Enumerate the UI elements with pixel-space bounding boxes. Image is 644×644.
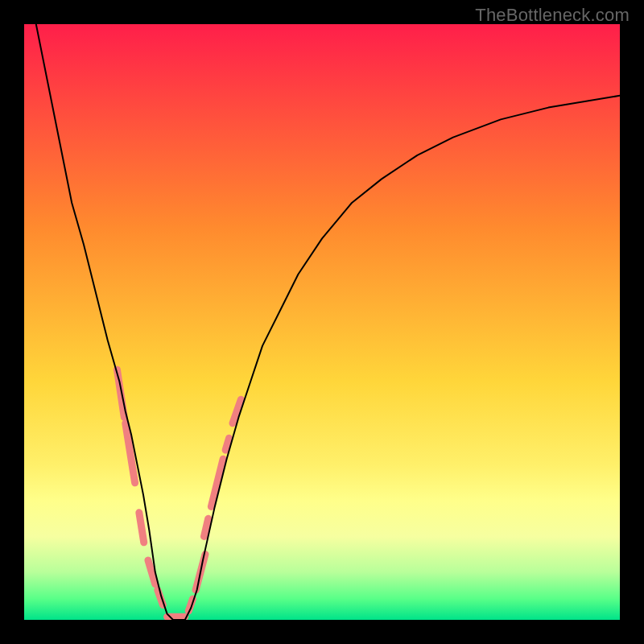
outer-frame: TheBottleneck.com bbox=[0, 0, 644, 644]
marker-segment bbox=[139, 513, 144, 543]
chart-svg bbox=[24, 24, 620, 620]
watermark-text: TheBottleneck.com bbox=[475, 5, 630, 26]
gradient-bg bbox=[24, 24, 620, 620]
plot-area bbox=[24, 24, 620, 620]
marker-segment bbox=[204, 518, 208, 536]
marker-segment bbox=[225, 438, 229, 450]
